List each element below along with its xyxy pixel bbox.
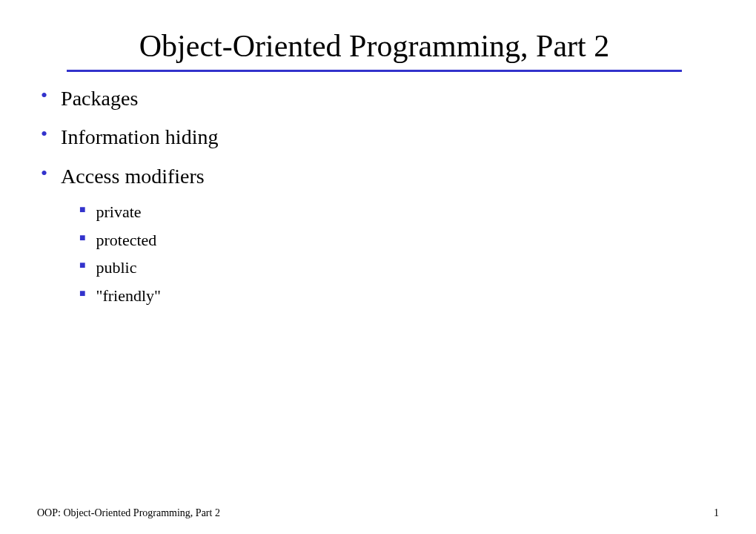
bullet-list: • Packages • Information hiding • Access… — [41, 85, 712, 190]
page-number: 1 — [714, 507, 719, 519]
list-item: • Information hiding — [41, 124, 712, 151]
square-bullet-icon: ■ — [79, 202, 85, 218]
slide: Object-Oriented Programming, Part 2 • Pa… — [0, 0, 756, 534]
square-bullet-icon: ■ — [79, 230, 85, 246]
square-bullet-icon: ■ — [79, 286, 85, 302]
list-item: ■ public — [79, 257, 712, 278]
sub-text: "friendly" — [96, 286, 161, 306]
list-item: ■ "friendly" — [79, 286, 712, 306]
square-bullet-icon: ■ — [79, 257, 85, 274]
slide-content: • Packages • Information hiding • Access… — [37, 85, 712, 306]
title-underline — [67, 70, 682, 72]
bullet-icon: • — [41, 165, 47, 182]
sub-text: protected — [96, 230, 156, 251]
bullet-text: Packages — [61, 85, 138, 112]
bullet-icon: • — [41, 125, 47, 143]
sub-list: ■ private ■ protected ■ public ■ "friend… — [79, 202, 712, 306]
bullet-text: Access modifiers — [61, 163, 205, 190]
slide-footer: OOP: Object-Oriented Programming, Part 2… — [37, 507, 719, 519]
bullet-icon: • — [41, 87, 47, 105]
slide-title: Object-Oriented Programming, Part 2 — [37, 28, 712, 64]
sub-text: public — [96, 257, 136, 278]
list-item: • Packages — [41, 85, 712, 112]
list-item: ■ protected — [79, 230, 712, 251]
sub-text: private — [96, 202, 141, 222]
bullet-text: Information hiding — [61, 124, 218, 151]
list-item: • Access modifiers — [41, 163, 712, 190]
footer-text: OOP: Object-Oriented Programming, Part 2 — [37, 507, 220, 519]
list-item: ■ private — [79, 202, 712, 222]
